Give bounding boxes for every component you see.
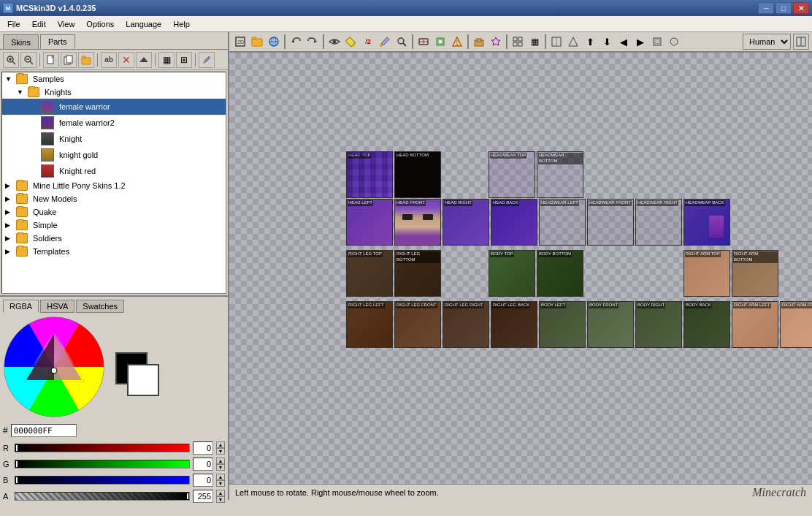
tool-d[interactable] xyxy=(471,34,487,50)
grid-button[interactable]: ▦ xyxy=(158,52,175,68)
tree-item-knight-red[interactable]: Knight red xyxy=(2,163,226,179)
a-slider[interactable] xyxy=(15,492,190,501)
tool-c[interactable] xyxy=(449,34,465,50)
pencil-button[interactable] xyxy=(343,34,359,50)
left-panel: Skins Parts xyxy=(0,32,229,500)
eyedropper-button[interactable] xyxy=(199,52,215,68)
tab-parts[interactable]: Parts xyxy=(40,34,75,49)
search-button[interactable] xyxy=(394,34,410,50)
a-up[interactable]: ▲ xyxy=(216,490,225,496)
color-tab-swatches[interactable]: Swatches xyxy=(76,300,124,313)
globe-button[interactable] xyxy=(266,34,282,50)
undo-button[interactable] xyxy=(288,34,304,50)
menu-view[interactable]: View xyxy=(52,16,81,31)
svg-rect-12 xyxy=(82,56,85,58)
open-button[interactable] xyxy=(78,52,94,68)
b-down[interactable]: ▼ xyxy=(216,480,225,487)
toolbar-extra-8[interactable] xyxy=(666,34,682,50)
r-slider[interactable] xyxy=(15,444,190,452)
zoom-out-button[interactable] xyxy=(20,52,37,68)
head-left-label: HEAD LEFT xyxy=(348,200,373,206)
zoom-in-button[interactable] xyxy=(3,52,19,68)
toolbar-extra-1-icon xyxy=(551,37,562,47)
r-up[interactable]: ▲ xyxy=(216,441,225,448)
tool-a[interactable] xyxy=(415,34,432,50)
tree-item-soldiers[interactable]: ▶ Soldiers xyxy=(2,232,226,245)
menu-file[interactable]: File xyxy=(1,16,26,31)
delete-button[interactable]: ✕ xyxy=(118,52,134,68)
import-button[interactable] xyxy=(136,52,152,68)
tree-item-simple[interactable]: ▶ Simple xyxy=(2,219,226,232)
grid-toggle-icon xyxy=(512,36,524,48)
g-spinner[interactable]: ▲ ▼ xyxy=(216,458,225,471)
grid-toggle[interactable] xyxy=(510,34,526,50)
minimize-button[interactable]: ─ xyxy=(758,2,774,14)
menu-language[interactable]: Language xyxy=(120,16,167,31)
tree-item-knights[interactable]: ▼ Knights xyxy=(2,86,226,99)
r-down[interactable]: ▼ xyxy=(216,448,225,455)
grid-toggle2[interactable]: ▦ xyxy=(526,34,543,50)
g-slider[interactable] xyxy=(15,460,190,468)
statusbar: Left mouse to rotate. Right mouse/mouse … xyxy=(229,484,812,500)
b-label: B xyxy=(3,476,12,485)
toolbar-extra-7[interactable] xyxy=(649,34,665,50)
eye-button[interactable] xyxy=(326,34,342,50)
view-button-2[interactable] xyxy=(249,34,265,50)
background-color[interactable] xyxy=(127,364,159,396)
tool-e[interactable] xyxy=(488,34,504,50)
close-button[interactable]: ✕ xyxy=(793,2,809,14)
titlebar-controls[interactable]: ─ □ ✕ xyxy=(758,2,809,14)
g-value: 0 xyxy=(193,458,213,471)
color-wheel-container[interactable] xyxy=(3,316,105,418)
tree-item-knight[interactable]: Knight xyxy=(2,131,226,147)
folder-icon xyxy=(16,181,28,191)
sep4 xyxy=(195,53,196,67)
menu-help[interactable]: Help xyxy=(167,16,196,31)
color-tab-hsva[interactable]: HSVA xyxy=(40,300,74,313)
tree-item-samples[interactable]: ▼ Samples xyxy=(2,72,226,86)
tree-item-quake[interactable]: ▶ Quake xyxy=(2,205,226,219)
grid2-button[interactable]: ⊞ xyxy=(176,52,192,68)
tool-b[interactable] xyxy=(432,34,448,50)
tree-item-new-models[interactable]: ▶ New Models xyxy=(2,192,226,205)
tree-item-female-warrior[interactable]: female warrior xyxy=(2,99,226,115)
view-right-button[interactable] xyxy=(793,34,809,50)
tree-item-mine-little-pony[interactable]: ▶ Mine Little Pony Skins 1.2 xyxy=(2,179,226,192)
head-right-label: HEAD RIGHT xyxy=(444,200,472,206)
r-spinner[interactable]: ▲ ▼ xyxy=(216,441,225,455)
tree-item-templates[interactable]: ▶ Templates xyxy=(2,245,226,258)
clone-button[interactable] xyxy=(61,52,77,68)
toolbar-extra-3[interactable]: ⬆ xyxy=(582,34,598,50)
menu-edit[interactable]: Edit xyxy=(26,16,52,31)
toolbar-extra-4[interactable]: ⬇ xyxy=(599,34,615,50)
canvas-area[interactable]: HEAD TOP HEAD BOTTOM HEADWEAR TOP HEADWE… xyxy=(229,53,812,500)
g-up[interactable]: ▲ xyxy=(216,458,225,464)
dropper-button[interactable] xyxy=(377,34,393,50)
g-down[interactable]: ▼ xyxy=(216,464,225,471)
number-tool[interactable]: /2 xyxy=(360,34,376,50)
b-spinner[interactable]: ▲ ▼ xyxy=(216,474,225,487)
color-tab-rgba[interactable]: RGBA xyxy=(3,300,39,313)
globe-icon xyxy=(268,36,280,48)
b-slider[interactable] xyxy=(15,476,190,485)
right-arm-front-label: RIGHT ARM FRONT xyxy=(781,303,812,308)
view-button-1[interactable]: 2D xyxy=(232,34,248,50)
tree-item-female-warrior2[interactable]: female warrior2 xyxy=(2,115,226,131)
model-select[interactable]: Human Slim Alex xyxy=(743,34,791,50)
new-skin-button[interactable] xyxy=(43,52,59,68)
tree-item-knight-gold[interactable]: knight gold xyxy=(2,147,226,163)
rename-button[interactable]: ab xyxy=(101,52,117,68)
toolbar-extra-2[interactable] xyxy=(565,34,581,50)
toolbar-extra-5[interactable]: ◀ xyxy=(616,34,632,50)
toolbar-extra-6[interactable]: ▶ xyxy=(632,34,648,50)
a-down[interactable]: ▼ xyxy=(216,496,225,503)
tab-skins[interactable]: Skins xyxy=(3,34,39,49)
b-up[interactable]: ▲ xyxy=(216,474,225,480)
redo-button[interactable] xyxy=(304,34,321,50)
a-spinner[interactable]: ▲ ▼ xyxy=(216,490,225,503)
maximize-button[interactable]: □ xyxy=(775,2,792,14)
toolbar-extra-1[interactable] xyxy=(548,34,564,50)
hex-input[interactable] xyxy=(11,424,77,437)
menu-options[interactable]: Options xyxy=(80,16,120,31)
tree-label: Knights xyxy=(45,88,72,96)
